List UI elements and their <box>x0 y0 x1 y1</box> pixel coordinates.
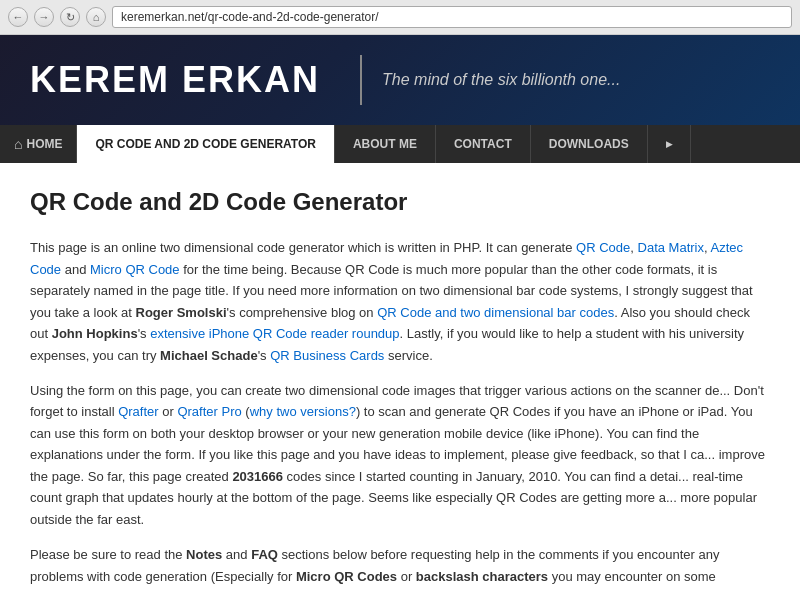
nav-item-downloads[interactable]: DOWNLOADS <box>531 125 648 163</box>
link-qr-blog[interactable]: QR Code and two dimensional bar codes <box>377 305 614 320</box>
home-icon: ⌂ <box>14 136 22 152</box>
url-text: keremerkan.net/qr-code-and-2d-code-gener… <box>121 10 378 24</box>
link-qr-business-cards[interactable]: QR Business Cards <box>270 348 384 363</box>
nav-more-label: ▸ <box>666 137 672 151</box>
nav-item-home[interactable]: ⌂ HOME <box>0 125 77 163</box>
nav-qr-label: QR CODE AND 2D CODE GENERATOR <box>95 137 315 151</box>
address-bar[interactable]: keremerkan.net/qr-code-and-2d-code-gener… <box>112 6 792 28</box>
nav-item-qr-code[interactable]: QR CODE AND 2D CODE GENERATOR <box>77 125 334 163</box>
link-qrafter-pro[interactable]: Qrafter Pro <box>177 404 241 419</box>
site-header: KEREM ERKAN The mind of the six billiont… <box>0 35 800 125</box>
micro-qr-label: Micro QR Codes <box>296 569 397 584</box>
link-qr-code[interactable]: QR Code <box>576 240 630 255</box>
logo-erkan: ERKAN <box>182 59 320 100</box>
nav-about-label: ABOUT ME <box>353 137 417 151</box>
faq-label: FAQ <box>251 547 278 562</box>
paragraph-1: This page is an online two dimensional c… <box>30 237 770 366</box>
refresh-button[interactable]: ↻ <box>60 7 80 27</box>
site-logo: KEREM ERKAN <box>30 59 320 101</box>
nav-home-label: HOME <box>26 137 62 151</box>
link-qrafter[interactable]: Qrafter <box>118 404 158 419</box>
logo-divider <box>360 55 362 105</box>
link-why-two-versions[interactable]: why two versions? <box>250 404 356 419</box>
nav-item-contact[interactable]: CONTACT <box>436 125 531 163</box>
paragraph-3: Please be sure to read the Notes and FAQ… <box>30 544 770 587</box>
name-roger-smolski: Roger Smolski <box>136 305 227 320</box>
code-count: 2031666 <box>232 469 283 484</box>
forward-button[interactable]: → <box>34 7 54 27</box>
name-michael-schade: Michael Schade <box>160 348 258 363</box>
link-data-matrix[interactable]: Data Matrix <box>638 240 704 255</box>
nav-contact-label: CONTACT <box>454 137 512 151</box>
notes-label: Notes <box>186 547 222 562</box>
nav-item-more[interactable]: ▸ <box>648 125 691 163</box>
link-micro-qr-code[interactable]: Micro QR Code <box>90 262 180 277</box>
paragraph-2: Using the form on this page, you can cre… <box>30 380 770 530</box>
name-john-hopkins: John Hopkins <box>52 326 138 341</box>
backslash-label: backslash characters <box>416 569 548 584</box>
nav-item-about[interactable]: ABOUT ME <box>335 125 436 163</box>
site-tagline: The mind of the six billionth one... <box>382 71 620 89</box>
browser-chrome: ← → ↻ ⌂ keremerkan.net/qr-code-and-2d-co… <box>0 0 800 35</box>
nav-bar: ⌂ HOME QR CODE AND 2D CODE GENERATOR ABO… <box>0 125 800 163</box>
home-button[interactable]: ⌂ <box>86 7 106 27</box>
nav-downloads-label: DOWNLOADS <box>549 137 629 151</box>
back-button[interactable]: ← <box>8 7 28 27</box>
browser-toolbar: ← → ↻ ⌂ keremerkan.net/qr-code-and-2d-co… <box>0 0 800 34</box>
page-title: QR Code and 2D Code Generator <box>30 183 770 221</box>
logo-kerem: KEREM <box>30 59 170 100</box>
content-area: QR Code and 2D Code Generator This page … <box>0 163 800 600</box>
link-iphone-roundup[interactable]: extensive iPhone QR Code reader roundup <box>150 326 399 341</box>
